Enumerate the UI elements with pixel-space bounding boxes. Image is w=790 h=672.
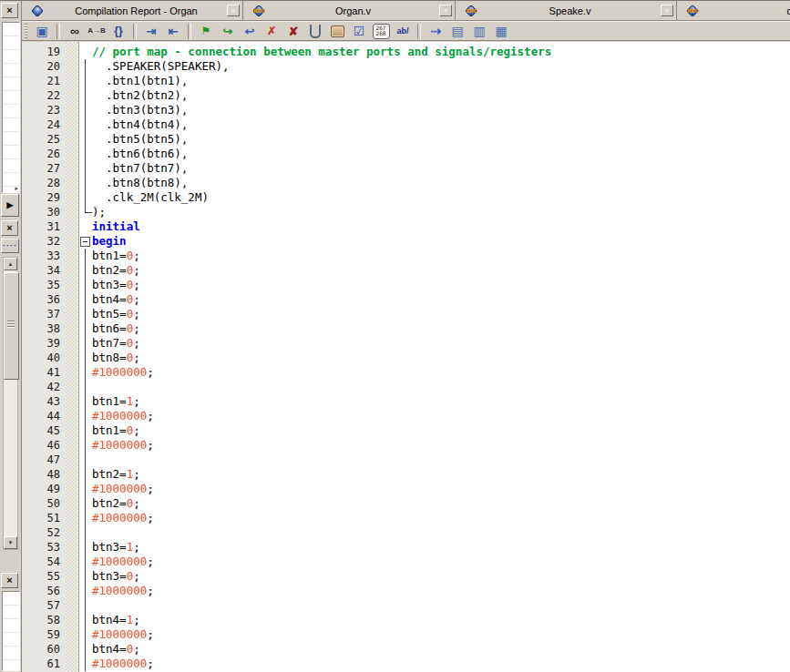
- close-panel-icon[interactable]: ×: [1, 220, 18, 236]
- close-panel-icon[interactable]: ×: [1, 573, 18, 588]
- decrease-indent-button[interactable]: ⇤: [163, 23, 183, 40]
- comment-toggle-button[interactable]: ab/: [393, 23, 413, 40]
- line-numbers-button[interactable]: 267268: [371, 23, 391, 40]
- toggle-bookmark-button[interactable]: ⚑: [196, 23, 216, 40]
- code-text[interactable]: .btn7(btn7),: [92, 161, 188, 176]
- code-text[interactable]: #1000000;: [92, 555, 154, 569]
- code-text[interactable]: btn6=0;: [92, 321, 140, 336]
- next-bookmark-button[interactable]: ↪: [218, 23, 238, 40]
- dock-vertical-scrollbar[interactable]: ▲ ▼: [3, 257, 18, 550]
- code-text[interactable]: #1000000;: [92, 511, 154, 525]
- code-line[interactable]: 29 .clk_2M(clk_2M): [22, 190, 790, 205]
- code-text[interactable]: .btn1(btn1),: [92, 74, 188, 88]
- code-text[interactable]: #1000000;: [92, 482, 154, 496]
- code-line[interactable]: 40btn8=0;: [22, 351, 790, 365]
- code-editor[interactable]: 19// port map - connection between maste…: [22, 42, 790, 672]
- code-text[interactable]: .btn4(btn4),: [92, 117, 188, 132]
- code-line[interactable]: 48btn2=1;: [22, 467, 790, 482]
- code-text[interactable]: .btn2(btn2),: [92, 88, 188, 103]
- code-text[interactable]: );: [92, 205, 106, 219]
- code-text[interactable]: .btn3(btn3),: [92, 103, 188, 117]
- code-text[interactable]: begin: [92, 234, 127, 249]
- close-tab-icon[interactable]: ×: [227, 5, 240, 16]
- tab-speake-v[interactable]: abcSpeake.v×: [456, 1, 677, 20]
- paperclip-button[interactable]: [305, 23, 325, 40]
- close-tab-icon[interactable]: ×: [439, 5, 452, 16]
- expand-panel-button[interactable]: ▶: [1, 194, 19, 217]
- code-line[interactable]: 19// port map - connection between maste…: [22, 45, 790, 59]
- export-window-button[interactable]: ▣: [32, 23, 52, 40]
- code-text[interactable]: btn2=1;: [92, 467, 140, 482]
- code-line[interactable]: 21 .btn1(btn1),: [22, 74, 790, 88]
- code-text[interactable]: #1000000;: [92, 409, 154, 423]
- tab-compilation-report-organ[interactable]: Compilation Report - Organ×: [22, 1, 243, 20]
- tab-div[interactable]: abcdiv: [677, 1, 790, 20]
- code-text[interactable]: .btn8(btn8),: [92, 176, 188, 190]
- code-text[interactable]: .clk_2M(clk_2M): [92, 190, 209, 205]
- code-line[interactable]: 43btn1=1;: [22, 394, 790, 409]
- code-line[interactable]: 33btn1=0;: [22, 249, 790, 263]
- fold-collapse-icon[interactable]: [80, 237, 90, 247]
- code-line[interactable]: 52: [22, 525, 790, 540]
- code-line[interactable]: 59#1000000;: [22, 627, 790, 642]
- code-line[interactable]: 46#1000000;: [22, 438, 790, 453]
- goto-button[interactable]: ⇢: [426, 23, 446, 40]
- code-line[interactable]: 54#1000000;: [22, 555, 790, 569]
- code-line[interactable]: 30);: [22, 205, 790, 219]
- code-line[interactable]: 47: [22, 453, 790, 467]
- code-line[interactable]: 55btn3=0;: [22, 569, 790, 584]
- code-line[interactable]: 41#1000000;: [22, 365, 790, 380]
- code-lines[interactable]: 19// port map - connection between maste…: [22, 45, 790, 671]
- code-text[interactable]: btn3=1;: [92, 540, 140, 555]
- toolbar-grip[interactable]: [25, 24, 27, 38]
- delete-all-bookmarks-button[interactable]: ✘: [283, 23, 303, 40]
- code-text[interactable]: btn4=0;: [92, 292, 140, 307]
- code-line[interactable]: 31initial: [22, 219, 790, 234]
- code-line[interactable]: 51#1000000;: [22, 511, 790, 525]
- find-button[interactable]: ∞: [65, 23, 85, 40]
- code-line[interactable]: 57: [22, 598, 790, 613]
- code-text[interactable]: initial: [92, 219, 140, 234]
- code-text[interactable]: btn2=0;: [92, 496, 140, 511]
- format-doc-2-button[interactable]: ▥: [469, 23, 489, 40]
- tab-organ-v[interactable]: abcOrgan.v×: [243, 1, 456, 20]
- code-line[interactable]: 34btn2=0;: [22, 263, 790, 278]
- code-text[interactable]: btn3=0;: [92, 278, 140, 292]
- code-line[interactable]: 53btn3=1;: [22, 540, 790, 555]
- code-text[interactable]: btn4=1;: [92, 613, 140, 627]
- syntax-check-button[interactable]: ☑: [349, 23, 369, 40]
- code-text[interactable]: btn1=1;: [92, 394, 140, 409]
- close-tab-icon[interactable]: ×: [661, 5, 673, 16]
- more-options-button[interactable]: ····: [1, 239, 19, 253]
- code-text[interactable]: btn3=0;: [92, 569, 140, 584]
- code-line[interactable]: 36btn4=0;: [22, 292, 790, 307]
- previous-bookmark-button[interactable]: ↩: [240, 23, 260, 40]
- code-line[interactable]: 44#1000000;: [22, 409, 790, 423]
- code-line[interactable]: 28 .btn8(btn8),: [22, 176, 790, 190]
- code-text[interactable]: btn8=0;: [92, 351, 140, 365]
- code-line[interactable]: 39btn7=0;: [22, 336, 790, 351]
- format-doc-1-button[interactable]: ▤: [447, 23, 467, 40]
- code-text[interactable]: #1000000;: [92, 627, 154, 642]
- code-line[interactable]: 32begin: [22, 234, 790, 249]
- code-text[interactable]: .btn5(btn5),: [92, 132, 188, 147]
- code-text[interactable]: .btn6(btn6),: [92, 147, 188, 161]
- delete-bookmark-button[interactable]: ✗: [262, 23, 282, 40]
- code-text[interactable]: btn2=0;: [92, 263, 140, 278]
- close-panel-icon[interactable]: ×: [1, 3, 18, 18]
- code-line[interactable]: 26 .btn6(btn6),: [22, 147, 790, 161]
- macro-scroll-button[interactable]: [327, 23, 347, 40]
- code-line[interactable]: 22 .btn2(btn2),: [22, 88, 790, 103]
- match-brace-button[interactable]: {}: [108, 23, 128, 40]
- code-line[interactable]: 45btn1=0;: [22, 423, 790, 438]
- code-line[interactable]: 61#1000000;: [22, 657, 790, 671]
- code-line[interactable]: 38btn6=0;: [22, 321, 790, 336]
- code-line[interactable]: 49#1000000;: [22, 482, 790, 496]
- panel-scroll-arrow-icon[interactable]: ▸: [15, 185, 18, 191]
- code-line[interactable]: 37btn5=0;: [22, 307, 790, 321]
- code-line[interactable]: 50btn2=0;: [22, 496, 790, 511]
- code-text[interactable]: #1000000;: [92, 438, 154, 453]
- code-text[interactable]: .SPEAKER(SPEAKER),: [92, 59, 230, 74]
- code-text[interactable]: btn4=0;: [92, 642, 140, 657]
- code-text[interactable]: btn1=0;: [92, 423, 140, 438]
